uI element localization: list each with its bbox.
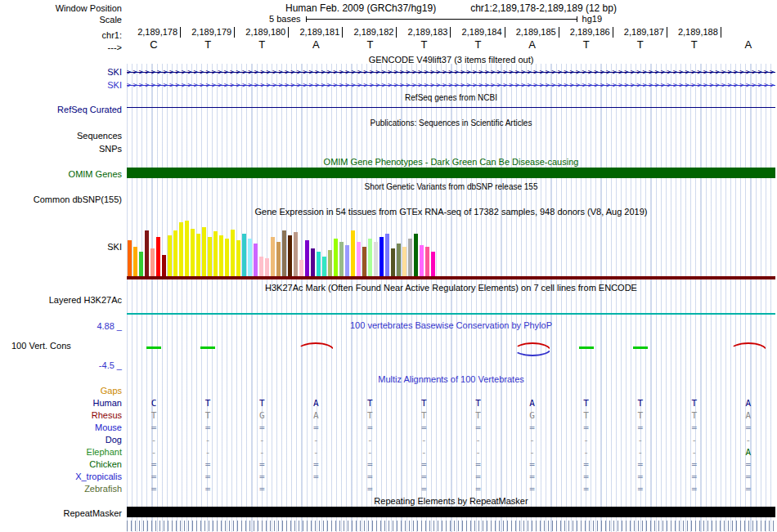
ruler-position-cell[interactable]: 2,189,188 <box>667 27 721 38</box>
gtex-tissue-bar[interactable] <box>380 237 384 276</box>
species-label-chicken[interactable]: Chicken <box>89 458 122 471</box>
gtex-tissue-bar[interactable] <box>362 247 366 276</box>
ruler-position-cell[interactable]: 2,189,185 <box>505 27 559 38</box>
gtex-gene-label[interactable]: SKI <box>107 241 122 253</box>
conservation-positive-bar[interactable] <box>146 346 161 349</box>
gtex-tissue-bar[interactable] <box>397 244 401 276</box>
gtex-tissue-bar[interactable] <box>334 239 338 276</box>
gtex-tissue-bar[interactable] <box>391 248 395 276</box>
gtex-tissue-bar[interactable] <box>276 242 281 276</box>
species-label-human[interactable]: Human <box>93 397 122 409</box>
h3k27ac-track-title[interactable]: H3K27Ac Mark (Often Found Near Active Re… <box>127 283 775 293</box>
gtex-tissue-bar[interactable] <box>173 230 177 276</box>
refseq-track-title[interactable]: RefSeq genes from NCBI <box>127 93 775 102</box>
species-label-elephant[interactable]: Elephant <box>87 446 122 458</box>
gencode-track-title[interactable]: GENCODE V49lift37 (3 items filtered out) <box>127 55 775 65</box>
gtex-tissue-bar[interactable] <box>374 242 378 276</box>
publications-track-title[interactable]: Publications: Sequences in Scientific Ar… <box>127 118 775 127</box>
gtex-tissue-bar[interactable] <box>414 234 418 276</box>
gene-model-ski-1[interactable]: >>>>>>>>>>>>>>>>>>>>>>>>>>>>>>>>>>>>>>>>… <box>127 67 775 77</box>
gtex-tissue-bar[interactable] <box>339 242 344 276</box>
h3k27ac-signal-line[interactable] <box>127 313 775 315</box>
gene-label-ski-2[interactable]: SKI <box>107 79 122 91</box>
dbsnp-track-title[interactable]: Short Genetic Variants from dbSNP releas… <box>127 182 775 191</box>
species-label-rhesus[interactable]: Rhesus <box>92 409 122 422</box>
ruler-position-cell[interactable]: 2,189,182 <box>343 27 397 38</box>
gtex-tissue-bar[interactable] <box>150 248 155 276</box>
gtex-tissue-bar[interactable] <box>128 240 132 276</box>
refseq-track-line[interactable] <box>127 107 775 108</box>
gtex-tissue-bar[interactable] <box>156 237 160 276</box>
snps-label[interactable]: SNPs <box>99 143 122 154</box>
species-label-x_tropicalis[interactable]: X_tropicalis <box>75 471 122 483</box>
conservation-positive-bar[interactable] <box>579 346 594 349</box>
omim-track-title[interactable]: OMIM Gene Phenotypes - Dark Green Can Be… <box>127 157 775 167</box>
ruler-position-cell[interactable]: 2,189,183 <box>397 27 451 38</box>
gtex-tissue-bar[interactable] <box>242 234 246 276</box>
omim-genes-label[interactable]: OMIM Genes <box>69 168 122 180</box>
gtex-tissue-bar[interactable] <box>202 227 206 276</box>
ruler-position-cell[interactable]: 2,189,184 <box>451 27 505 38</box>
phylop-track-title[interactable]: 100 vertebrates Basewise Conservation by… <box>127 320 775 330</box>
gtex-tissue-bar[interactable] <box>317 252 321 276</box>
repeatmasker-track-title[interactable]: Repeating Elements by RepeatMasker <box>127 496 775 506</box>
conservation-positive-bar[interactable] <box>200 346 215 349</box>
gtex-tissue-bar[interactable] <box>299 260 303 276</box>
gtex-tissue-bar[interactable] <box>288 235 292 276</box>
gtex-tissue-bar[interactable] <box>259 257 263 276</box>
gtex-bar-chart[interactable] <box>128 221 437 276</box>
gtex-tissue-bar[interactable] <box>345 245 349 276</box>
common-dbsnp-label[interactable]: Common dbSNP(155) <box>34 194 122 205</box>
gtex-tissue-bar[interactable] <box>420 245 424 276</box>
repeatmasker-label[interactable]: RepeatMasker <box>63 507 122 519</box>
gene-model-ski-2[interactable]: >>>>>>>>>>>>>>>>>>>>>>>>>>>>>>>>>>>>>>>>… <box>127 80 775 90</box>
multiz-track-title[interactable]: Multiz Alignments of 100 Vertebrates <box>127 374 775 384</box>
sequences-label[interactable]: Sequences <box>77 130 122 141</box>
gtex-tissue-bar[interactable] <box>311 248 315 276</box>
gtex-tissue-bar[interactable] <box>168 235 172 276</box>
gtex-tissue-bar[interactable] <box>357 242 361 276</box>
refseq-curated-label[interactable]: RefSeq Curated <box>57 104 122 115</box>
gtex-tissue-bar[interactable] <box>305 240 309 276</box>
gtex-tissue-bar[interactable] <box>191 229 195 276</box>
ruler-position-cell[interactable]: 2,189,186 <box>559 27 613 38</box>
gtex-tissue-bar[interactable] <box>185 221 189 276</box>
ruler-position-cell[interactable]: 2,189,181 <box>289 27 343 38</box>
gtex-tissue-bar[interactable] <box>162 255 166 276</box>
gtex-tissue-bar[interactable] <box>408 239 412 276</box>
gtex-tissue-bar[interactable] <box>282 230 286 276</box>
gtex-tissue-bar[interactable] <box>213 231 218 276</box>
gtex-track-title[interactable]: Gene Expression in 54 tissues from GTEx … <box>127 207 775 217</box>
vert-cons-label[interactable]: 100 Vert. Cons <box>11 340 71 351</box>
gtex-tissue-bar[interactable] <box>265 258 269 276</box>
gtex-tissue-bar[interactable] <box>219 235 223 276</box>
gtex-tissue-bar[interactable] <box>208 237 212 276</box>
gene-label-ski-1[interactable]: SKI <box>107 66 122 78</box>
gtex-tissue-bar[interactable] <box>179 222 183 276</box>
gtex-tissue-bar[interactable] <box>368 239 372 276</box>
gtex-tissue-bar[interactable] <box>294 232 298 276</box>
ruler-position-cell[interactable]: 2,189,179 <box>181 27 235 38</box>
species-label-dog[interactable]: Dog <box>106 434 122 446</box>
conservation-positive-bar[interactable] <box>633 346 648 349</box>
gtex-tissue-bar[interactable] <box>254 244 258 276</box>
gtex-tissue-bar[interactable] <box>145 230 149 276</box>
ruler-position-cell[interactable]: 2,189,178 <box>127 27 181 38</box>
gtex-tissue-bar[interactable] <box>196 234 200 276</box>
gtex-tissue-bar[interactable] <box>236 240 240 276</box>
omim-gene-bar[interactable] <box>127 168 775 178</box>
species-label-mouse[interactable]: Mouse <box>95 422 122 434</box>
gtex-tissue-bar[interactable] <box>231 230 235 276</box>
gtex-tissue-bar[interactable] <box>248 239 252 276</box>
gtex-tissue-bar[interactable] <box>431 252 435 276</box>
gtex-tissue-bar[interactable] <box>133 247 137 276</box>
gtex-tissue-bar[interactable] <box>351 230 355 276</box>
gtex-tissue-bar[interactable] <box>328 250 332 276</box>
ruler-position-cell[interactable]: 2,189,187 <box>613 27 667 38</box>
ruler-position-cell[interactable]: 2,189,180 <box>235 27 289 38</box>
gtex-tissue-bar[interactable] <box>425 247 429 276</box>
species-label-gaps[interactable]: Gaps <box>101 385 122 397</box>
repeatmasker-bar[interactable] <box>127 507 775 517</box>
gtex-tissue-bar[interactable] <box>271 237 275 276</box>
gtex-gene-model-line[interactable] <box>127 276 775 279</box>
